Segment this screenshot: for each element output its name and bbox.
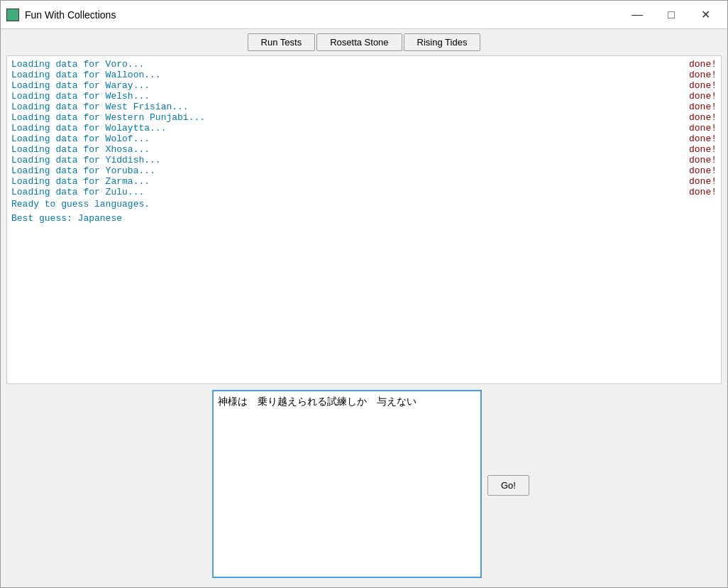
log-loading-text: Loading data for Yoruba... bbox=[11, 165, 155, 176]
log-done-text: done! bbox=[661, 123, 717, 134]
log-done-text: done! bbox=[661, 70, 717, 80]
log-done-text: done! bbox=[661, 59, 717, 70]
log-entry: Loading data for Xhosa...done! bbox=[11, 144, 717, 155]
log-done-text: done! bbox=[661, 176, 717, 187]
log-done-text: done! bbox=[661, 102, 717, 112]
title-bar: Fun With Collections — □ ✕ bbox=[1, 1, 727, 29]
log-loading-text: Loading data for Zarma... bbox=[11, 176, 150, 187]
window-title: Fun With Collections bbox=[25, 9, 621, 21]
close-button[interactable]: ✕ bbox=[689, 4, 722, 26]
log-entry: Loading data for West Frisian...done! bbox=[11, 102, 717, 112]
log-guess-text: Best guess: Japanese bbox=[11, 212, 717, 226]
log-loading-text: Loading data for Waray... bbox=[11, 80, 150, 91]
log-ready-text: Ready to guess languages. bbox=[11, 197, 717, 212]
rosetta-stone-button[interactable]: Rosetta Stone bbox=[316, 33, 402, 51]
log-entry: Loading data for Zarma...done! bbox=[11, 176, 717, 187]
log-loading-text: Loading data for Walloon... bbox=[11, 70, 161, 80]
run-tests-button[interactable]: Run Tests bbox=[248, 33, 316, 51]
log-done-text: done! bbox=[661, 144, 717, 155]
rising-tides-button[interactable]: Rising Tides bbox=[404, 33, 481, 51]
log-entry: Loading data for Western Punjabi...done! bbox=[11, 112, 717, 123]
log-done-text: done! bbox=[661, 80, 717, 91]
minimize-button[interactable]: — bbox=[621, 4, 653, 26]
log-entry: Loading data for Yoruba...done! bbox=[11, 165, 717, 176]
log-loading-text: Loading data for Welsh... bbox=[11, 91, 150, 102]
log-loading-text: Loading data for Voro... bbox=[11, 59, 144, 70]
main-window: Fun With Collections — □ ✕ Run Tests Ros… bbox=[0, 0, 728, 588]
main-content: Loading data for Voro...done!Loading dat… bbox=[1, 55, 727, 587]
log-entry: Loading data for Wolaytta...done! bbox=[11, 123, 717, 134]
log-loading-text: Loading data for Zulu... bbox=[11, 187, 144, 197]
log-entry: Loading data for Welsh...done! bbox=[11, 91, 717, 102]
log-done-text: done! bbox=[661, 187, 717, 197]
window-controls: — □ ✕ bbox=[621, 4, 722, 26]
log-loading-text: Loading data for West Frisian... bbox=[11, 102, 189, 112]
text-input[interactable] bbox=[212, 390, 482, 578]
log-entry: Loading data for Wolof...done! bbox=[11, 134, 717, 144]
bottom-panel: Go! bbox=[6, 390, 722, 582]
log-done-text: done! bbox=[661, 165, 717, 176]
log-loading-text: Loading data for Western Punjabi... bbox=[11, 112, 205, 123]
toolbar: Run Tests Rosetta Stone Rising Tides bbox=[1, 29, 727, 55]
log-entry: Loading data for Yiddish...done! bbox=[11, 155, 717, 165]
log-entry: Loading data for Walloon...done! bbox=[11, 70, 717, 80]
log-entry: Loading data for Zulu...done! bbox=[11, 187, 717, 197]
log-done-text: done! bbox=[661, 112, 717, 123]
log-loading-text: Loading data for Wolaytta... bbox=[11, 123, 166, 134]
log-loading-text: Loading data for Xhosa... bbox=[11, 144, 150, 155]
log-entry: Loading data for Waray...done! bbox=[11, 80, 717, 91]
maximize-button[interactable]: □ bbox=[655, 4, 688, 26]
log-done-text: done! bbox=[661, 91, 717, 102]
log-entry: Loading data for Voro...done! bbox=[11, 59, 717, 70]
log-loading-text: Loading data for Wolof... bbox=[11, 134, 150, 144]
log-loading-text: Loading data for Yiddish... bbox=[11, 155, 161, 165]
go-button[interactable]: Go! bbox=[487, 475, 529, 496]
app-icon bbox=[6, 9, 19, 21]
log-panel[interactable]: Loading data for Voro...done!Loading dat… bbox=[6, 55, 722, 384]
log-done-text: done! bbox=[661, 134, 717, 144]
log-done-text: done! bbox=[661, 155, 717, 165]
